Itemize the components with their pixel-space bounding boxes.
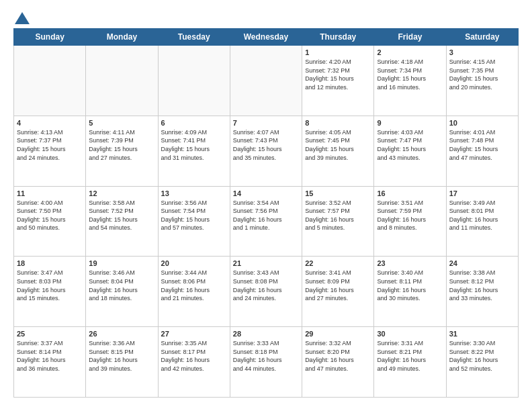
day-number: 14 <box>233 189 299 197</box>
calendar-cell: 9Sunrise: 4:03 AM Sunset: 7:47 PM Daylig… <box>374 116 446 186</box>
day-info: Sunrise: 3:52 AM Sunset: 7:57 PM Dayligh… <box>305 199 371 232</box>
day-number: 10 <box>449 119 515 127</box>
day-info: Sunrise: 3:51 AM Sunset: 7:59 PM Dayligh… <box>377 199 443 232</box>
header <box>13 13 519 21</box>
page: SundayMondayTuesdayWednesdayThursdayFrid… <box>0 0 532 411</box>
calendar-cell: 1Sunrise: 4:20 AM Sunset: 7:32 PM Daylig… <box>302 46 374 116</box>
day-number: 2 <box>377 48 443 56</box>
calendar-cell: 26Sunrise: 3:36 AM Sunset: 8:15 PM Dayli… <box>86 327 158 398</box>
day-number: 18 <box>17 259 83 267</box>
calendar-cell: 13Sunrise: 3:56 AM Sunset: 7:54 PM Dayli… <box>158 186 230 257</box>
calendar-cell: 20Sunrise: 3:44 AM Sunset: 8:06 PM Dayli… <box>158 257 230 327</box>
weekday-header-wednesday: Wednesday <box>230 29 302 46</box>
calendar-week-5: 25Sunrise: 3:37 AM Sunset: 8:14 PM Dayli… <box>14 327 519 398</box>
day-number: 1 <box>305 48 371 56</box>
calendar-cell <box>158 46 230 116</box>
day-info: Sunrise: 3:33 AM Sunset: 8:18 PM Dayligh… <box>233 339 299 373</box>
day-info: Sunrise: 3:44 AM Sunset: 8:06 PM Dayligh… <box>161 269 227 302</box>
day-number: 16 <box>377 189 443 197</box>
day-info: Sunrise: 3:40 AM Sunset: 8:11 PM Dayligh… <box>377 269 443 302</box>
day-info: Sunrise: 4:18 AM Sunset: 7:34 PM Dayligh… <box>377 58 443 91</box>
day-info: Sunrise: 3:38 AM Sunset: 8:12 PM Dayligh… <box>449 269 515 302</box>
calendar-cell <box>86 46 158 116</box>
calendar-cell: 21Sunrise: 3:43 AM Sunset: 8:08 PM Dayli… <box>230 257 302 327</box>
calendar-cell <box>230 46 302 116</box>
weekday-header-tuesday: Tuesday <box>158 29 230 46</box>
day-number: 9 <box>377 119 443 127</box>
day-number: 30 <box>377 330 443 338</box>
calendar-cell: 23Sunrise: 3:40 AM Sunset: 8:11 PM Dayli… <box>374 257 446 327</box>
day-number: 19 <box>89 259 154 267</box>
day-info: Sunrise: 4:01 AM Sunset: 7:48 PM Dayligh… <box>449 128 515 162</box>
day-number: 26 <box>89 330 154 338</box>
calendar-cell: 31Sunrise: 3:30 AM Sunset: 8:22 PM Dayli… <box>446 327 518 398</box>
calendar-cell: 12Sunrise: 3:58 AM Sunset: 7:52 PM Dayli… <box>86 186 158 257</box>
calendar-cell: 6Sunrise: 4:09 AM Sunset: 7:41 PM Daylig… <box>158 116 230 186</box>
day-number: 6 <box>161 119 227 127</box>
day-info: Sunrise: 3:47 AM Sunset: 8:03 PM Dayligh… <box>17 269 83 302</box>
calendar-cell: 3Sunrise: 4:15 AM Sunset: 7:35 PM Daylig… <box>446 46 518 116</box>
calendar-cell: 2Sunrise: 4:18 AM Sunset: 7:34 PM Daylig… <box>374 46 446 116</box>
day-info: Sunrise: 4:09 AM Sunset: 7:41 PM Dayligh… <box>161 128 227 162</box>
day-number: 8 <box>305 119 371 127</box>
calendar-cell <box>14 46 86 116</box>
day-number: 3 <box>449 48 515 56</box>
day-number: 17 <box>449 189 515 197</box>
day-info: Sunrise: 3:32 AM Sunset: 8:20 PM Dayligh… <box>305 339 371 373</box>
day-number: 20 <box>161 259 227 267</box>
logo <box>13 13 30 21</box>
day-info: Sunrise: 3:58 AM Sunset: 7:52 PM Dayligh… <box>89 199 154 232</box>
calendar-table: SundayMondayTuesdayWednesdayThursdayFrid… <box>13 28 519 398</box>
calendar-cell: 19Sunrise: 3:46 AM Sunset: 8:04 PM Dayli… <box>86 257 158 327</box>
calendar-week-3: 11Sunrise: 4:00 AM Sunset: 7:50 PM Dayli… <box>14 186 519 257</box>
day-info: Sunrise: 4:15 AM Sunset: 7:35 PM Dayligh… <box>449 58 515 91</box>
day-info: Sunrise: 4:05 AM Sunset: 7:45 PM Dayligh… <box>305 128 371 162</box>
day-info: Sunrise: 3:30 AM Sunset: 8:22 PM Dayligh… <box>449 339 515 373</box>
day-number: 27 <box>161 330 227 338</box>
day-info: Sunrise: 3:41 AM Sunset: 8:09 PM Dayligh… <box>305 269 371 302</box>
day-info: Sunrise: 3:31 AM Sunset: 8:21 PM Dayligh… <box>377 339 443 373</box>
day-info: Sunrise: 3:35 AM Sunset: 8:17 PM Dayligh… <box>161 339 227 373</box>
svg-marker-0 <box>15 12 30 24</box>
calendar-cell: 24Sunrise: 3:38 AM Sunset: 8:12 PM Dayli… <box>446 257 518 327</box>
day-number: 13 <box>161 189 227 197</box>
day-number: 11 <box>17 189 83 197</box>
weekday-header-monday: Monday <box>86 29 158 46</box>
day-number: 12 <box>89 189 154 197</box>
calendar-cell: 22Sunrise: 3:41 AM Sunset: 8:09 PM Dayli… <box>302 257 374 327</box>
calendar-cell: 10Sunrise: 4:01 AM Sunset: 7:48 PM Dayli… <box>446 116 518 186</box>
day-info: Sunrise: 3:37 AM Sunset: 8:14 PM Dayligh… <box>17 339 83 373</box>
day-number: 21 <box>233 259 299 267</box>
day-info: Sunrise: 3:36 AM Sunset: 8:15 PM Dayligh… <box>89 339 154 373</box>
day-info: Sunrise: 3:43 AM Sunset: 8:08 PM Dayligh… <box>233 269 299 302</box>
calendar-cell: 16Sunrise: 3:51 AM Sunset: 7:59 PM Dayli… <box>374 186 446 257</box>
day-number: 15 <box>305 189 371 197</box>
weekday-header-friday: Friday <box>374 29 446 46</box>
day-info: Sunrise: 4:20 AM Sunset: 7:32 PM Dayligh… <box>305 58 371 91</box>
day-number: 22 <box>305 259 371 267</box>
day-number: 31 <box>449 330 515 338</box>
weekday-header-thursday: Thursday <box>302 29 374 46</box>
calendar-cell: 7Sunrise: 4:07 AM Sunset: 7:43 PM Daylig… <box>230 116 302 186</box>
day-info: Sunrise: 4:07 AM Sunset: 7:43 PM Dayligh… <box>233 128 299 162</box>
day-number: 4 <box>17 119 83 127</box>
calendar-cell: 29Sunrise: 3:32 AM Sunset: 8:20 PM Dayli… <box>302 327 374 398</box>
calendar-cell: 5Sunrise: 4:11 AM Sunset: 7:39 PM Daylig… <box>86 116 158 186</box>
day-number: 25 <box>17 330 83 338</box>
calendar-cell: 15Sunrise: 3:52 AM Sunset: 7:57 PM Dayli… <box>302 186 374 257</box>
day-number: 7 <box>233 119 299 127</box>
day-number: 24 <box>449 259 515 267</box>
logo-icon <box>15 12 30 24</box>
calendar-week-4: 18Sunrise: 3:47 AM Sunset: 8:03 PM Dayli… <box>14 257 519 327</box>
day-number: 28 <box>233 330 299 338</box>
calendar-cell: 30Sunrise: 3:31 AM Sunset: 8:21 PM Dayli… <box>374 327 446 398</box>
day-info: Sunrise: 3:46 AM Sunset: 8:04 PM Dayligh… <box>89 269 154 302</box>
weekday-header-sunday: Sunday <box>14 29 86 46</box>
calendar-cell: 18Sunrise: 3:47 AM Sunset: 8:03 PM Dayli… <box>14 257 86 327</box>
day-number: 5 <box>89 119 154 127</box>
day-number: 29 <box>305 330 371 338</box>
day-info: Sunrise: 3:49 AM Sunset: 8:01 PM Dayligh… <box>449 199 515 232</box>
calendar-header-row: SundayMondayTuesdayWednesdayThursdayFrid… <box>14 29 519 46</box>
calendar-cell: 27Sunrise: 3:35 AM Sunset: 8:17 PM Dayli… <box>158 327 230 398</box>
calendar-cell: 4Sunrise: 4:13 AM Sunset: 7:37 PM Daylig… <box>14 116 86 186</box>
